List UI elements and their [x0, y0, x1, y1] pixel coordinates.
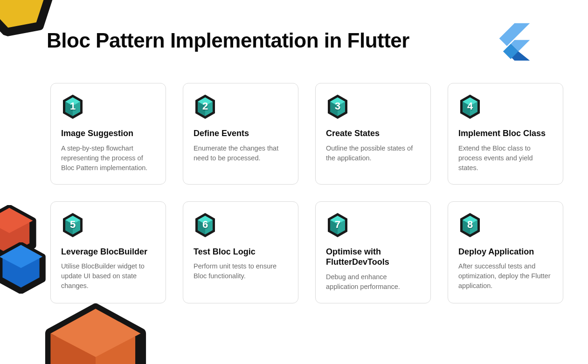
hexagon-badge-icon: 6	[194, 212, 217, 238]
step-number: 3	[335, 100, 340, 112]
step-title: Deploy Application	[458, 247, 553, 257]
step-number: 7	[335, 219, 340, 231]
step-number: 4	[467, 100, 473, 112]
flutter-logo-icon	[498, 22, 537, 61]
step-card: 2 Define Events Enumerate the changes th…	[183, 83, 298, 185]
decorative-cube-icon	[42, 303, 149, 364]
step-description: Extend the Bloc class to process events …	[458, 144, 553, 173]
hexagon-badge-icon: 7	[326, 212, 349, 238]
step-card: 4 Implement Bloc Class Extend the Bloc c…	[448, 83, 563, 185]
step-description: Debug and enhance application performanc…	[326, 272, 420, 292]
step-number: 2	[202, 100, 208, 112]
step-number: 8	[467, 219, 473, 231]
step-card: 5 Leverage BlocBuilder Utilise BlocBuild…	[50, 201, 166, 303]
step-title: Image Suggestion	[61, 128, 155, 139]
step-title: Define Events	[194, 128, 288, 139]
hexagon-badge-icon: 8	[458, 212, 482, 238]
step-description: After successful tests and optimization,…	[458, 261, 553, 291]
hexagon-badge-icon: 1	[61, 94, 84, 120]
step-description: Utilise BlocBuilder widget to update UI …	[61, 261, 155, 291]
hexagon-badge-icon: 4	[458, 94, 482, 120]
step-description: Perform unit tests to ensure Bloc functi…	[194, 261, 288, 281]
page-title: Bloc Pattern Implementation in Flutter	[47, 29, 409, 52]
step-number: 6	[202, 219, 208, 231]
step-title: Create States	[326, 128, 420, 139]
hexagon-badge-icon: 3	[326, 94, 349, 120]
hexagon-badge-icon: 5	[61, 212, 84, 238]
step-description: Outline the possible states of the appli…	[326, 144, 420, 163]
cards-grid: 1 Image Suggestion A step-by-step flowch…	[50, 83, 562, 303]
hexagon-badge-icon: 2	[194, 94, 217, 120]
step-title: Leverage BlocBuilder	[61, 247, 155, 257]
step-title: Implement Bloc Class	[458, 128, 553, 139]
step-card: 7 Optimise with FlutterDevTools Debug an…	[315, 201, 431, 303]
step-card: 6 Test Bloc Logic Perform unit tests to …	[183, 201, 298, 303]
svg-marker-0	[0, 0, 54, 41]
step-card: 1 Image Suggestion A step-by-step flowch…	[50, 83, 166, 185]
step-card: 3 Create States Outline the possible sta…	[315, 83, 431, 185]
step-number: 5	[70, 219, 76, 231]
step-description: Enumerate the changes that need to be pr…	[194, 144, 288, 163]
step-card: 8 Deploy Application After successful te…	[448, 201, 563, 303]
decorative-cube-icon	[0, 242, 47, 294]
step-number: 1	[70, 100, 76, 112]
step-title: Test Bloc Logic	[194, 247, 288, 257]
step-description: A step-by-step flowchart representing th…	[61, 144, 155, 173]
step-title: Optimise with FlutterDevTools	[326, 247, 420, 268]
